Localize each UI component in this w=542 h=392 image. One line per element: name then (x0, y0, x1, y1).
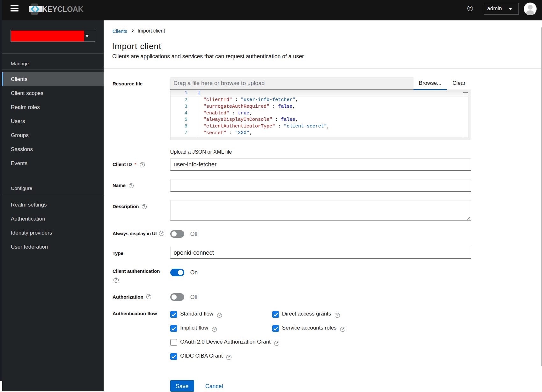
svg-text:KEYCLOAK: KEYCLOAK (42, 5, 84, 13)
